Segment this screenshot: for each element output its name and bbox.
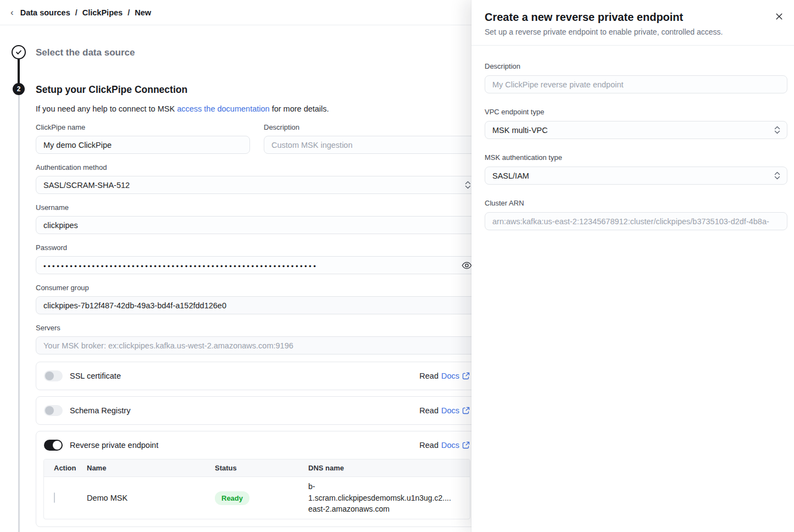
servers-input[interactable] — [36, 336, 478, 354]
docs-link-text: Docs — [441, 406, 459, 415]
clickpipe-name-label: ClickPipe name — [36, 123, 250, 132]
table-row: Demo MSK Ready b- 1.scram.clickpipesdemo… — [44, 477, 470, 519]
docs-link-text: Docs — [441, 372, 459, 380]
step-2-number: 2 — [17, 85, 21, 93]
endpoint-table-header: Action Name Status DNS name — [44, 459, 470, 477]
vpc-endpoint-type-group: VPC endpoint type MSK multi-VPC — [485, 108, 787, 139]
password-label: Password — [36, 243, 478, 252]
cluster-arn-label: Cluster ARN — [485, 199, 787, 208]
clickpipe-name-group: ClickPipe name — [36, 123, 250, 154]
step-1-indicator — [12, 45, 26, 59]
username-group: Username — [36, 203, 478, 234]
description-group: Description — [264, 123, 478, 154]
help-text: If you need any help to connect to MSK a… — [36, 103, 478, 114]
read-text: Read — [419, 406, 438, 415]
consumer-group-group: Consumer group — [36, 284, 478, 314]
msk-auth-type-select[interactable]: SASL/IAM — [485, 167, 787, 185]
close-panel-button[interactable] — [775, 13, 783, 20]
schema-registry-docs-link[interactable]: Docs — [441, 406, 470, 415]
vpc-endpoint-type-value: MSK multi-VPC — [492, 126, 548, 135]
servers-group: Servers — [36, 324, 478, 354]
reverse-private-endpoint-section: Reverse private endpoint Read Docs Actio… — [36, 431, 478, 527]
panel-title: Create a new reverse private endpoint — [485, 10, 763, 24]
reverse-private-endpoint-toggle[interactable] — [44, 440, 63, 451]
check-icon — [15, 48, 23, 56]
dns-line: east-2.amazonaws.com — [308, 503, 465, 515]
back-chevron-icon[interactable]: ‹ — [10, 8, 14, 17]
panel-header: Create a new reverse private endpoint Se… — [471, 0, 794, 46]
auth-method-label: Authentication method — [36, 163, 478, 172]
ssl-certificate-toggle[interactable] — [44, 370, 63, 381]
panel-description-input[interactable] — [485, 75, 787, 93]
ssl-certificate-label: SSL certificate — [70, 372, 121, 380]
step-2-indicator: 2 — [13, 83, 25, 95]
breadcrumb: Data sources / ClickPipes / New — [20, 8, 151, 17]
msk-auth-type-label: MSK authentication type — [485, 153, 787, 162]
step-connector-pending — [18, 95, 20, 532]
cluster-arn-input[interactable] — [485, 212, 787, 230]
description-label: Description — [264, 123, 478, 132]
password-input[interactable]: ••••••••••••••••••••••••••••••••••••••••… — [36, 256, 478, 274]
endpoint-name: Demo MSK — [87, 494, 215, 502]
breadcrumb-separator: / — [75, 8, 77, 17]
auth-method-group: Authentication method SASL/SCRAM-SHA-512 — [36, 163, 478, 194]
external-link-icon — [462, 372, 470, 380]
step-2-title: Setup your ClickPipe Connection — [36, 84, 478, 96]
servers-label: Servers — [36, 324, 478, 332]
read-text: Read — [419, 441, 438, 450]
read-text: Read — [419, 372, 438, 380]
auth-method-value: SASL/SCRAM-SHA-512 — [43, 181, 130, 190]
documentation-link[interactable]: access the documentation — [177, 104, 269, 113]
help-text-prefix: If you need any help to connect to MSK — [36, 104, 177, 113]
consumer-group-input[interactable] — [36, 296, 478, 314]
panel-body: Description VPC endpoint type MSK multi-… — [471, 46, 794, 230]
breadcrumb-new[interactable]: New — [135, 8, 151, 17]
status-badge: Ready — [215, 491, 249, 505]
cluster-arn-group: Cluster ARN — [485, 199, 787, 230]
ssl-docs-link[interactable]: Docs — [441, 372, 470, 380]
column-header-action: Action — [44, 464, 87, 472]
step-connector-done — [18, 59, 20, 84]
breadcrumb-clickpipes[interactable]: ClickPipes — [82, 8, 123, 17]
password-group: Password •••••••••••••••••••••••••••••••… — [36, 243, 478, 274]
dns-line: b- — [308, 481, 465, 492]
schema-registry-section: Schema Registry Read Docs — [36, 396, 478, 425]
breadcrumb-separator: / — [127, 8, 130, 17]
row-select-checkbox[interactable] — [54, 492, 55, 503]
column-header-name: Name — [87, 464, 215, 472]
ssl-certificate-section: SSL certificate Read Docs — [36, 362, 478, 390]
chevron-up-down-icon — [774, 126, 780, 134]
clickpipe-name-input[interactable] — [36, 136, 250, 154]
create-reverse-endpoint-panel: Create a new reverse private endpoint Se… — [471, 0, 794, 532]
panel-description-group: Description — [485, 62, 787, 93]
vpc-endpoint-type-label: VPC endpoint type — [485, 108, 787, 117]
chevron-up-down-icon — [774, 171, 780, 180]
username-input[interactable] — [36, 216, 478, 234]
reverse-endpoint-docs-link[interactable]: Docs — [441, 441, 470, 450]
column-header-dns: DNS name — [308, 464, 470, 472]
auth-method-select[interactable]: SASL/SCRAM-SHA-512 — [36, 176, 478, 194]
endpoint-dns-name: b- 1.scram.clickpipesdemomsk.u1n3ug.c2..… — [308, 481, 470, 515]
external-link-icon — [462, 407, 470, 414]
reverse-private-endpoint-label: Reverse private endpoint — [70, 441, 158, 450]
description-input[interactable] — [264, 136, 478, 154]
consumer-group-label: Consumer group — [36, 284, 478, 292]
help-text-suffix: for more details. — [270, 104, 329, 113]
password-masked-value: ••••••••••••••••••••••••••••••••••••••••… — [43, 261, 318, 270]
endpoint-table: Action Name Status DNS name Demo MSK Rea… — [43, 459, 470, 519]
vpc-endpoint-type-select[interactable]: MSK multi-VPC — [485, 121, 787, 139]
panel-subtitle: Set up a reverse private endpoint to ena… — [485, 27, 763, 37]
column-header-status: Status — [215, 464, 308, 472]
close-icon — [775, 13, 783, 20]
breadcrumb-data-sources[interactable]: Data sources — [20, 8, 70, 17]
toggle-password-visibility-button[interactable] — [462, 261, 472, 269]
msk-auth-type-value: SASL/IAM — [492, 171, 529, 180]
schema-registry-toggle[interactable] — [44, 405, 63, 416]
clickpipe-setup-form: Select the data source Setup your ClickP… — [36, 25, 478, 527]
docs-link-text: Docs — [441, 441, 459, 450]
panel-description-label: Description — [485, 62, 787, 71]
username-label: Username — [36, 203, 478, 212]
dns-line: 1.scram.clickpipesdemomsk.u1n3ug.c2.... — [308, 492, 465, 504]
chevron-up-down-icon — [465, 181, 471, 189]
eye-icon — [462, 261, 472, 269]
